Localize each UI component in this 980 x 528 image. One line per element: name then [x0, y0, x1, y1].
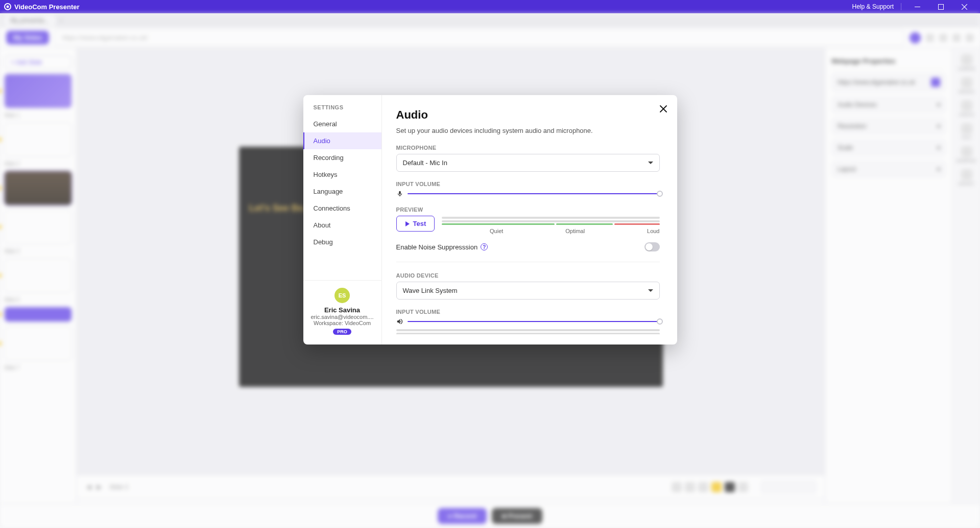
- sidebar-item-about[interactable]: About: [303, 217, 381, 234]
- user-workspace: Workspace: VideoCom: [308, 320, 376, 326]
- audio-device-label: AUDIO DEVICE: [396, 272, 660, 279]
- sidebar-item-debug[interactable]: Debug: [303, 234, 381, 250]
- input-volume-label: INPUT VOLUME: [396, 181, 660, 187]
- app-logo-icon: [4, 3, 11, 10]
- microphone-select[interactable]: Default - Mic In: [396, 154, 660, 172]
- device-volume-slider[interactable]: [408, 321, 660, 322]
- settings-scroll[interactable]: MICROPHONE Default - Mic In INPUT VOLUME…: [396, 145, 663, 334]
- app-name: VideoCom Presenter: [14, 3, 80, 11]
- chevron-down-icon: [648, 162, 653, 164]
- slider-thumb[interactable]: [657, 191, 663, 197]
- preview-row: Test Quiet: [396, 216, 660, 234]
- sidebar-item-connections[interactable]: Connections: [303, 200, 381, 217]
- microphone-icon: [396, 190, 403, 197]
- test-button-label: Test: [413, 220, 426, 227]
- settings-sidebar: SETTINGS General Audio Recording Hotkeys…: [303, 95, 382, 345]
- sidebar-item-audio[interactable]: Audio: [303, 132, 381, 149]
- noise-suppression-label: Enable Noise Suppresssion: [396, 243, 478, 251]
- audio-device-select-value: Wave Link System: [403, 287, 458, 294]
- page-title: Audio: [396, 108, 663, 122]
- microphone-select-value: Default - Mic In: [403, 159, 447, 167]
- window-minimize-button[interactable]: [905, 0, 929, 13]
- preview-label: PREVIEW: [396, 206, 660, 213]
- meter-optimal: Optimal: [565, 228, 585, 234]
- close-button[interactable]: [660, 103, 667, 115]
- pro-badge: PRO: [333, 329, 351, 335]
- noise-suppression-row: Enable Noise Suppresssion ?: [396, 242, 660, 262]
- slider-thumb[interactable]: [657, 318, 663, 325]
- input-volume-row: [396, 190, 660, 197]
- chevron-down-icon: [648, 289, 653, 292]
- test-button[interactable]: Test: [396, 216, 435, 232]
- play-icon: [405, 221, 410, 226]
- help-support-link[interactable]: Help & Support: [845, 3, 901, 10]
- titlebar: VideoCom Presenter Help & Support: [0, 0, 980, 13]
- modal-overlay: SETTINGS General Audio Recording Hotkeys…: [0, 13, 980, 528]
- sidebar-item-general[interactable]: General: [303, 116, 381, 132]
- device-level-meter: [396, 329, 660, 334]
- input-volume-label-2: INPUT VOLUME: [396, 309, 660, 315]
- settings-heading: SETTINGS: [303, 95, 381, 116]
- svg-rect-0: [915, 7, 920, 7]
- user-avatar: ES: [334, 288, 350, 303]
- titlebar-right: Help & Support: [845, 0, 976, 13]
- titlebar-left: VideoCom Presenter: [4, 3, 80, 11]
- sidebar-item-recording[interactable]: Recording: [303, 149, 381, 166]
- window-close-button[interactable]: [952, 0, 976, 13]
- page-subtitle: Set up your audio devices including syst…: [396, 127, 663, 134]
- help-icon[interactable]: ?: [481, 243, 488, 250]
- device-volume-row: [396, 318, 660, 325]
- window-maximize-button[interactable]: [929, 0, 952, 13]
- sidebar-item-language[interactable]: Language: [303, 183, 381, 200]
- microphone-label: MICROPHONE: [396, 145, 660, 151]
- sidebar-user-footer: ES Eric Savina eric.savina@videocom.... …: [303, 280, 381, 345]
- speaker-icon: [396, 318, 403, 325]
- level-meter: Quiet Optimal Loud: [442, 216, 659, 234]
- svg-rect-1: [938, 4, 943, 9]
- user-email: eric.savina@videocom....: [308, 314, 376, 320]
- close-icon: [660, 105, 667, 112]
- user-name: Eric Savina: [308, 306, 376, 314]
- noise-suppression-toggle[interactable]: [644, 242, 660, 251]
- meter-quiet: Quiet: [490, 228, 503, 234]
- settings-modal: SETTINGS General Audio Recording Hotkeys…: [303, 95, 677, 345]
- audio-device-select[interactable]: Wave Link System: [396, 282, 660, 300]
- sidebar-item-hotkeys[interactable]: Hotkeys: [303, 166, 381, 183]
- meter-loud: Loud: [647, 228, 659, 234]
- settings-content: Audio Set up your audio devices includin…: [382, 95, 677, 345]
- mic-volume-slider[interactable]: [408, 193, 660, 194]
